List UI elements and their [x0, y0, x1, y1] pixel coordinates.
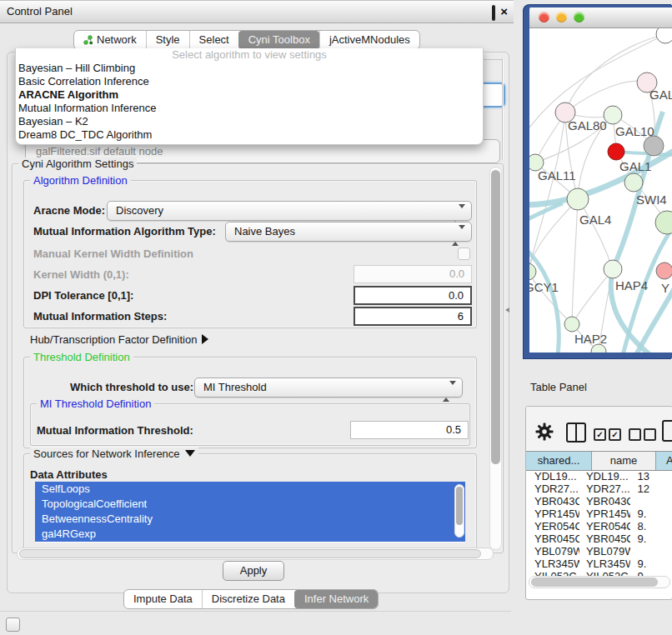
algorithm-option[interactable]: Bayesian – Hill Climbing — [18, 62, 483, 75]
algorithm-definition-title: Algorithm Definition — [30, 174, 131, 187]
table-row[interactable]: YBR043CYBR043C — [526, 495, 672, 508]
tab-label: Discretize Data — [212, 590, 285, 608]
mi-threshold-definition-title: MI Threshold Definition — [37, 398, 154, 410]
network-node[interactable] — [564, 317, 579, 332]
network-edge[interactable] — [572, 269, 613, 324]
sources-group-title[interactable]: Sources for Network Inference — [30, 448, 198, 460]
data-attribute-item[interactable]: BetweennessCentrality — [35, 512, 465, 527]
algorithm-option[interactable]: Dream8 DC_TDC Algorithm — [18, 128, 483, 142]
network-node[interactable] — [604, 260, 622, 278]
table-cell: YDR27... — [579, 482, 630, 495]
network-node-label: GAL1 — [619, 159, 651, 173]
split-view-icon[interactable] — [566, 422, 586, 442]
sources-title-label: Sources for Network Inference — [33, 448, 180, 460]
network-canvas[interactable]: GALGAL80GAL10GAL1GAL11SWI4GAL4GCY1HAP4YH… — [529, 28, 672, 352]
hub-definition-expander[interactable]: Hub/Transcription Factor Definition — [30, 333, 208, 346]
algorithm-option[interactable]: Mutual Information Inference — [18, 102, 483, 115]
tab-discretize-data[interactable]: Discretize Data — [202, 590, 294, 608]
scrollbar-thumb[interactable] — [456, 487, 463, 525]
aracne-mode-combo[interactable]: Discovery — [107, 201, 472, 221]
table-horizontal-scrollbar[interactable] — [529, 576, 670, 588]
manual-kernel-checkbox[interactable] — [458, 248, 470, 260]
collapsed-panel-button[interactable] — [6, 618, 20, 632]
deselect-all-icon-2[interactable] — [644, 428, 656, 441]
network-window-titlebar[interactable] — [529, 8, 672, 28]
table-row[interactable]: YLR345WYLR345W9. — [526, 558, 672, 570]
deselect-all-icon[interactable] — [629, 428, 641, 441]
algorithm-option[interactable]: Basic Correlation Inference — [18, 75, 483, 88]
algorithm-option[interactable]: ARACNE Algorithm — [18, 88, 483, 102]
table-row[interactable]: YDR27...YDR27...12 — [526, 482, 672, 495]
float-window-button[interactable] — [492, 7, 495, 19]
scrollbar-thumb[interactable] — [19, 549, 481, 558]
column-header-name[interactable]: name — [592, 452, 656, 470]
table-row[interactable]: YDL19...YDL19...13 — [526, 470, 672, 482]
attributes-scrollbar[interactable] — [454, 484, 464, 538]
network-node[interactable] — [644, 136, 664, 156]
network-canvas-svg: GALGAL80GAL10GAL1GAL11SWI4GAL4GCY1HAP4YH… — [529, 28, 672, 352]
splitter-handle-icon[interactable] — [505, 308, 509, 312]
close-traffic-light[interactable] — [539, 12, 549, 22]
table-cell: YBR043C — [526, 495, 579, 508]
table-row[interactable]: YPR145WYPR145W9. — [526, 508, 672, 520]
network-node[interactable] — [567, 188, 589, 210]
network-node[interactable] — [624, 173, 643, 192]
network-node-label: GAL80 — [568, 118, 607, 132]
network-edge[interactable] — [565, 81, 647, 112]
minimize-traffic-light[interactable] — [556, 12, 567, 22]
network-edge[interactable] — [529, 112, 565, 272]
select-all-icon-2[interactable]: ✓ — [609, 428, 621, 441]
network-edge[interactable] — [572, 199, 578, 324]
tab-network[interactable]: Network — [74, 31, 146, 49]
tab-label: Network — [97, 31, 137, 49]
data-attribute-item[interactable]: SelfLoops — [35, 482, 465, 497]
tab-cyni-toolbox[interactable]: Cyni Toolbox — [238, 31, 319, 49]
tab-infer-network[interactable]: Infer Network — [294, 590, 378, 608]
network-edge[interactable] — [578, 199, 613, 269]
table-row[interactable]: YER054CYER054C8. — [526, 520, 672, 532]
zoom-traffic-light[interactable] — [574, 12, 584, 22]
network-edge-highlighted[interactable] — [529, 247, 559, 352]
network-node[interactable] — [655, 211, 672, 234]
tab-style[interactable]: Style — [146, 31, 189, 49]
data-attribute-item[interactable]: TopologicalCoefficient — [35, 497, 465, 512]
which-threshold-label: Which threshold to use: — [70, 381, 193, 393]
tab-label: Cyni Toolbox — [248, 31, 310, 49]
control-panel-title: Control Panel — [7, 5, 73, 18]
table-cell: 13 — [630, 470, 672, 482]
column-header-clipped[interactable]: A — [656, 452, 672, 470]
scrollbar-thumb[interactable] — [491, 170, 500, 464]
table-cell: YLR345W — [526, 558, 579, 570]
data-attribute-item[interactable]: gal4RGexp — [35, 527, 465, 542]
mi-algorithm-type-combo[interactable]: Naive Bayes — [225, 222, 472, 242]
network-node[interactable] — [608, 143, 624, 160]
table-row[interactable]: YBR045CYBR045C9. — [526, 532, 672, 545]
table-row[interactable]: YBL079WYBL079W — [526, 545, 672, 558]
table-panel-title: Table Panel — [530, 381, 587, 393]
apply-button[interactable]: Apply — [223, 561, 284, 581]
dpi-tolerance-field[interactable]: 0.0 — [354, 286, 472, 305]
tab-select[interactable]: Select — [189, 31, 238, 49]
table-header-row: shared... name A — [526, 451, 672, 471]
gear-icon[interactable] — [535, 422, 554, 441]
settings-vertical-scrollbar[interactable] — [489, 167, 502, 550]
algorithm-option[interactable]: Bayesian – K2 — [18, 115, 483, 128]
select-all-icon[interactable]: ✓ — [594, 428, 606, 441]
which-threshold-combo[interactable]: MI Threshold — [194, 378, 463, 398]
tab-jactivemnodules[interactable]: jActiveMNodules — [319, 31, 419, 49]
network-node[interactable] — [656, 262, 672, 279]
column-header-shared-name[interactable]: shared... — [526, 452, 592, 470]
table-cell — [630, 545, 672, 558]
tab-impute-data[interactable]: Impute Data — [124, 590, 202, 608]
network-node[interactable] — [656, 28, 672, 43]
close-window-button[interactable]: × — [500, 7, 508, 17]
table-rows: YDL19...YDL19...13YDR27...YDR27...12YBR0… — [526, 470, 672, 582]
scrollbar-thumb[interactable] — [531, 578, 658, 587]
settings-horizontal-scrollbar[interactable] — [17, 548, 494, 560]
network-node[interactable] — [529, 263, 536, 280]
mi-threshold-field[interactable]: 0.5 — [350, 421, 469, 439]
tab-label: Impute Data — [133, 590, 193, 608]
document-icon[interactable] — [662, 420, 672, 442]
mi-steps-field[interactable]: 6 — [354, 307, 472, 326]
control-panel-titlebar: Control Panel × — [0, 0, 514, 23]
